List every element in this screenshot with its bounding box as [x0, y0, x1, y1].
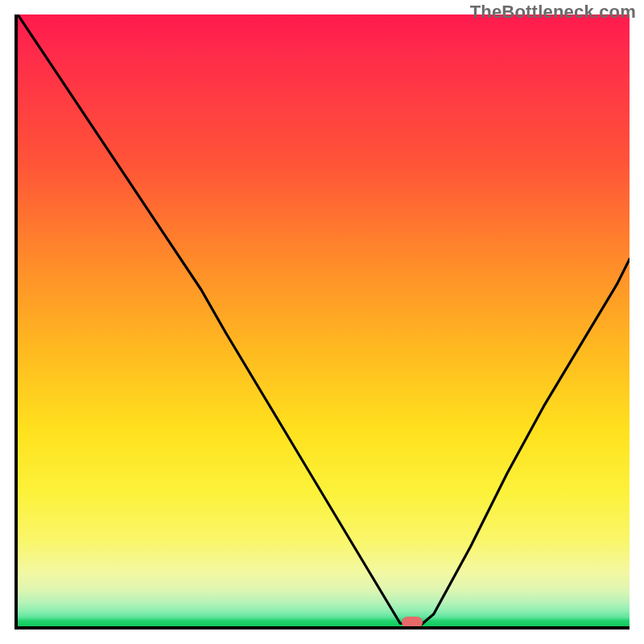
- curve-svg: [18, 14, 630, 626]
- watermark-text: TheBottleneck.com: [470, 2, 636, 23]
- bottleneck-curve: [18, 14, 630, 625]
- optimal-marker: [402, 617, 423, 628]
- plot-area: [14, 14, 630, 630]
- chart-container: TheBottleneck.com: [0, 0, 644, 644]
